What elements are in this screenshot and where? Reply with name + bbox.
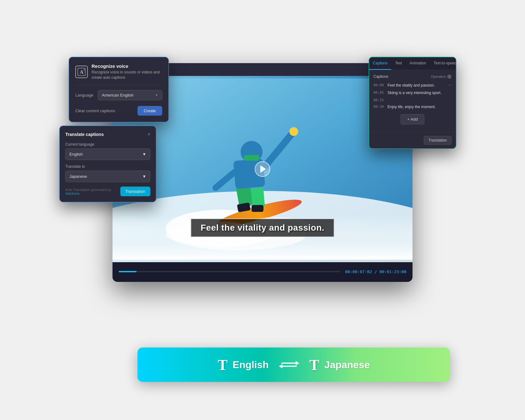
add-caption-button[interactable]: + Add xyxy=(401,114,424,124)
target-language: T Japanese xyxy=(309,356,370,373)
source-t-icon: T xyxy=(218,356,228,373)
video-caption: Feel the vitality and passion. xyxy=(191,218,334,237)
recognize-description: Recognize voice in sounds or videos and … xyxy=(92,70,162,80)
captions-tabs: Captions Text Animation Text-to-speech xyxy=(369,57,456,70)
recognize-icon: A xyxy=(75,66,88,78)
total-time: 00:01:23:00 xyxy=(379,269,406,274)
caption-time-2: 00:05 xyxy=(373,90,384,95)
caption-text-1: Feel the vitality and passion. xyxy=(388,82,445,88)
current-language-select[interactable]: English ▼ xyxy=(65,148,150,160)
caption-row-1: 00:00 Feel the vitality and passion. ✏ xyxy=(373,82,452,88)
translation-arrows xyxy=(281,362,297,367)
language-value: American English xyxy=(102,93,133,98)
language-label: Language xyxy=(75,93,94,98)
translate-to-value: Japanese xyxy=(69,174,87,179)
voictrons-brand: Voictrons xyxy=(65,192,79,195)
target-t-icon: T xyxy=(309,356,319,373)
caption-row-2: 00:05 Skiing is a very interesting sport… xyxy=(373,90,452,96)
tab-text[interactable]: Text xyxy=(391,57,406,70)
translation-banner: T English T Japanese xyxy=(138,348,450,382)
captions-footer: Translation xyxy=(369,132,456,148)
captions-body: Captions Operation i 00:00 Feel the vita… xyxy=(369,70,456,132)
caption-text-4: Enjoy life, enjoy the moment. xyxy=(388,104,452,110)
svg-point-14 xyxy=(289,127,298,136)
target-lang: Japanese xyxy=(324,359,370,371)
captions-panel: Captions Text Animation Text-to-speech C… xyxy=(369,57,456,149)
translate-header: Translate captions × xyxy=(65,132,150,137)
translate-to-arrow-icon: ▼ xyxy=(142,174,146,179)
svg-text:A: A xyxy=(80,69,83,75)
timeline-progress xyxy=(119,271,137,272)
captions-subheader: Captions Operation i xyxy=(373,74,452,79)
translate-captions-panel: Translate captions × Current language En… xyxy=(59,126,156,202)
operation-label: Operation i xyxy=(431,74,452,79)
svg-rect-9 xyxy=(252,205,263,212)
recognize-title: Recognize voice xyxy=(92,63,162,69)
source-lang: English xyxy=(232,359,269,371)
play-button[interactable] xyxy=(255,161,270,177)
caption-row-4: 00:30 Enjoy life, enjoy the moment. xyxy=(373,104,452,110)
scene: Player xyxy=(75,38,450,382)
caption-time-1: 00:00 xyxy=(373,82,384,87)
recognize-voice-panel: A Recognize voice Recognize voice in sou… xyxy=(69,57,169,122)
translate-to-select[interactable]: Japanese ▼ xyxy=(65,171,150,182)
caption-time-3: 00:25 xyxy=(373,98,384,102)
caption-time-4: 00:30 xyxy=(373,104,384,109)
clear-captions-button[interactable]: Clear current captions xyxy=(75,108,115,113)
arrow-left-icon xyxy=(281,366,297,367)
translate-footer: Auto Translation generated by Voictrons … xyxy=(65,187,150,196)
play-icon xyxy=(260,165,266,173)
translation-button[interactable]: Translation xyxy=(120,187,150,196)
captions-sublabel: Captions xyxy=(373,74,388,79)
timeline-bar: 00:00:07:02 / 00:01:23:00 xyxy=(112,262,412,281)
arrow-right-icon xyxy=(281,362,297,364)
recognize-header-text: Recognize voice Recognize voice in sound… xyxy=(92,63,162,80)
close-button[interactable]: × xyxy=(148,132,150,137)
current-language-value: English xyxy=(69,152,83,157)
select-arrow-icon: ▼ xyxy=(155,93,158,97)
current-time: 00:00:07:02 xyxy=(345,269,372,274)
info-icon: i xyxy=(447,74,452,79)
recognize-header: A Recognize voice Recognize voice in sou… xyxy=(75,63,162,80)
edit-icon-1[interactable]: ✏ xyxy=(448,82,452,88)
auto-translation-text: Auto Translation generated by Voictrons xyxy=(65,188,120,195)
caption-text: Feel the vitality and passion. xyxy=(201,223,324,232)
translate-title: Translate captions xyxy=(65,132,104,137)
recognize-actions: Clear current captions Create xyxy=(75,106,162,116)
tab-animation[interactable]: Animation xyxy=(406,57,430,70)
recognize-divider xyxy=(75,85,162,85)
time-display: 00:00:07:02 / 00:01:23:00 xyxy=(345,269,406,274)
tab-text-to-speech[interactable]: Text-to-speech xyxy=(430,57,456,70)
current-language-label: Current language xyxy=(65,142,150,147)
create-button[interactable]: Create xyxy=(138,106,162,116)
time-separator: / xyxy=(374,269,379,274)
source-language: T English xyxy=(218,356,269,373)
caption-row-3: 00:25 xyxy=(373,98,452,102)
caption-text-2: Skiing is a very interesting sport. xyxy=(388,90,452,96)
translation-footer-button[interactable]: Translation xyxy=(424,136,452,145)
language-row: Language American English ▼ xyxy=(75,90,162,100)
tab-captions[interactable]: Captions xyxy=(369,57,391,70)
language-select[interactable]: American English ▼ xyxy=(98,90,162,100)
timeline-track[interactable] xyxy=(119,271,340,272)
translate-to-label: Translate to xyxy=(65,164,150,169)
svg-rect-12 xyxy=(244,155,259,161)
current-lang-arrow-icon: ▼ xyxy=(142,152,146,157)
